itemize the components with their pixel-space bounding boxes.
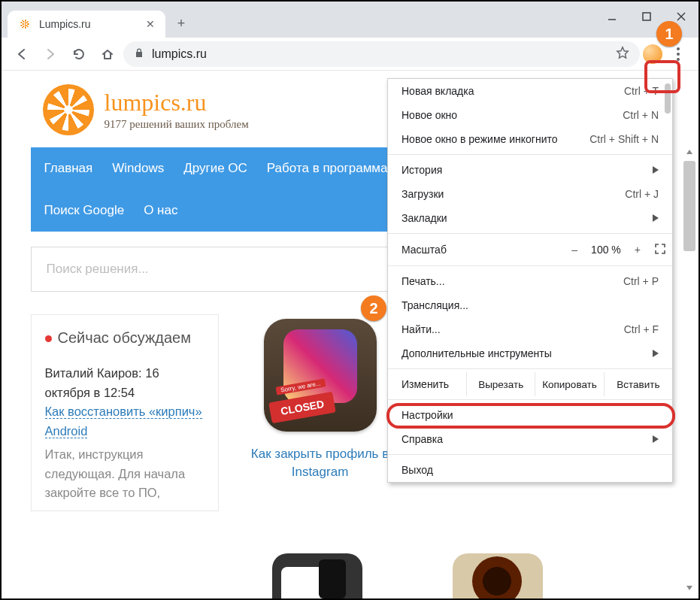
- menu-separator: [388, 454, 672, 455]
- comment-meta: Виталий Каиров: 16 октября в 12:54: [45, 364, 205, 402]
- menu-new-tab[interactable]: Новая вкладкаCtrl + T: [388, 79, 672, 103]
- svg-marker-8: [686, 150, 692, 154]
- article-card[interactable]: Sorry, we are... CLOSED Как закрыть проф…: [241, 319, 399, 511]
- menu-history[interactable]: История: [388, 158, 672, 182]
- menu-separator: [388, 399, 672, 400]
- menu-more-tools[interactable]: Дополнительные инструменты: [388, 341, 672, 365]
- lock-icon: [134, 47, 144, 61]
- thumbnail-partial: [272, 553, 362, 598]
- svg-marker-4: [617, 47, 628, 57]
- submenu-arrow-icon: [653, 433, 659, 445]
- menu-find[interactable]: Найти...Ctrl + F: [388, 317, 672, 341]
- discussion-sidebar: Сейчас обсуждаем Виталий Каиров: 16 октя…: [31, 314, 219, 511]
- home-button[interactable]: [95, 41, 120, 67]
- menu-exit[interactable]: Выход: [388, 458, 672, 482]
- menu-separator: [388, 154, 672, 155]
- bookmark-star-icon[interactable]: [616, 46, 629, 62]
- browser-tab[interactable]: Lumpics.ru ✕: [8, 11, 165, 38]
- site-subtitle: 9177 решений ваших проблем: [105, 118, 249, 131]
- svg-marker-11: [653, 214, 659, 222]
- comment-link[interactable]: Как восстановить «кирпич» Android: [45, 405, 202, 438]
- scroll-up-icon[interactable]: [683, 146, 695, 158]
- menu-cut[interactable]: Вырезать: [466, 372, 535, 396]
- menu-copy[interactable]: Копировать: [535, 372, 603, 396]
- zoom-percent: 100 %: [591, 244, 621, 256]
- nav-item[interactable]: Работа в программах: [267, 161, 394, 176]
- browser-window: Lumpics.ru ✕ + lumpics.ru: [0, 0, 700, 600]
- thumbnail-partial: [453, 553, 543, 598]
- menu-new-window[interactable]: Новое окноCtrl + N: [388, 103, 672, 127]
- nav-item[interactable]: О нас: [144, 203, 177, 218]
- menu-separator: [388, 265, 672, 266]
- submenu-arrow-icon: [653, 212, 659, 224]
- menu-cast[interactable]: Трансляция...: [388, 293, 672, 317]
- menu-downloads[interactable]: ЗагрузкиCtrl + J: [388, 182, 672, 206]
- menu-zoom: Масштаб – 100 % +: [388, 237, 672, 262]
- sidebar-heading: Сейчас обсуждаем: [58, 329, 191, 347]
- annotation-highlight-settings: [386, 403, 675, 429]
- menu-print[interactable]: Печать...Ctrl + P: [388, 269, 672, 293]
- tab-title: Lumpics.ru: [39, 18, 90, 30]
- new-tab-button[interactable]: +: [170, 12, 192, 35]
- favicon-icon: [18, 17, 32, 31]
- site-title: lumpics.ru: [105, 89, 249, 117]
- partial-thumbnails: [272, 553, 543, 598]
- site-logo-icon: [43, 84, 94, 135]
- close-tab-icon[interactable]: ✕: [146, 18, 155, 30]
- reload-button[interactable]: [66, 41, 92, 67]
- svg-point-6: [677, 53, 680, 56]
- menu-bookmarks[interactable]: Закладки: [388, 206, 672, 230]
- page-scrollbar[interactable]: [683, 146, 695, 594]
- fullscreen-icon[interactable]: [654, 243, 666, 257]
- article-caption: Как закрыть профиль в Instagram: [241, 445, 399, 481]
- svg-marker-9: [686, 586, 692, 590]
- scroll-thumb[interactable]: [683, 161, 695, 251]
- annotation-marker-2: 2: [361, 295, 386, 321]
- minimize-button[interactable]: [595, 5, 629, 29]
- svg-marker-13: [653, 435, 659, 443]
- titlebar: Lumpics.ru ✕ +: [2, 2, 698, 38]
- thumbnail-instagram-closed: Sorry, we are... CLOSED: [264, 319, 377, 432]
- live-dot-icon: [45, 335, 52, 342]
- search-placeholder: Поиск решения...: [47, 262, 149, 277]
- comment-body: Итак, инструкция следующая. Для начала з…: [45, 445, 205, 503]
- nav-item[interactable]: Главная: [44, 161, 93, 176]
- menu-separator: [388, 233, 672, 234]
- submenu-arrow-icon: [653, 164, 659, 176]
- window-controls: [595, 2, 698, 38]
- zoom-out-button[interactable]: –: [571, 244, 577, 256]
- address-bar[interactable]: lumpics.ru: [123, 41, 640, 67]
- svg-marker-10: [653, 166, 659, 174]
- annotation-marker-1: 1: [656, 21, 682, 47]
- toolbar: lumpics.ru: [2, 38, 698, 71]
- badge-small: Sorry, we are...: [275, 378, 326, 395]
- closed-badge: CLOSED: [268, 392, 336, 424]
- url-text: lumpics.ru: [152, 47, 207, 61]
- menu-edit-label: Изменить: [388, 372, 466, 396]
- nav-item[interactable]: Windows: [112, 161, 164, 176]
- menu-paste[interactable]: Вставить: [604, 372, 672, 396]
- svg-rect-1: [643, 13, 650, 20]
- menu-incognito[interactable]: Новое окно в режиме инкогнитоCtrl + Shif…: [388, 127, 672, 151]
- svg-point-5: [677, 47, 680, 50]
- svg-marker-12: [653, 350, 659, 357]
- submenu-arrow-icon: [653, 347, 659, 359]
- nav-item[interactable]: Поиск Google: [44, 203, 125, 218]
- zoom-in-button[interactable]: +: [635, 244, 641, 256]
- menu-separator: [388, 368, 672, 369]
- nav-item[interactable]: Другие ОС: [183, 161, 247, 176]
- scroll-down-icon[interactable]: [683, 582, 695, 594]
- back-button[interactable]: [9, 41, 35, 67]
- forward-button[interactable]: [38, 41, 63, 67]
- menu-edit-row: Изменить Вырезать Копировать Вставить: [388, 372, 672, 396]
- annotation-highlight-kebab: [644, 60, 680, 93]
- menu-help[interactable]: Справка: [388, 427, 672, 451]
